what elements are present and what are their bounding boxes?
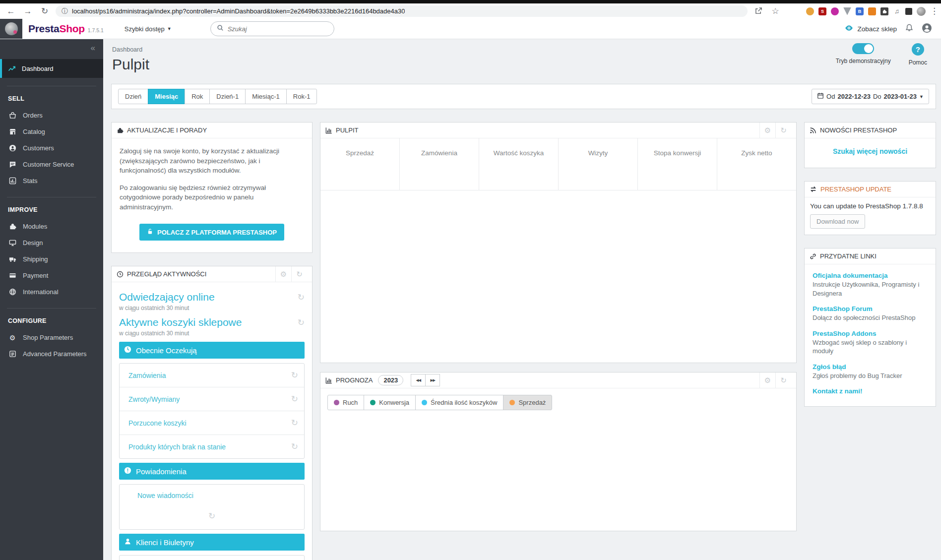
search-input[interactable] (228, 25, 328, 33)
browser-forward-button[interactable]: → (22, 6, 34, 16)
sidebar-item-modules[interactable]: Modules (0, 218, 103, 235)
returns-link[interactable]: Zwroty/Wymiany (128, 395, 180, 403)
gear-icon: ⚙ (8, 334, 16, 342)
update-arrows-icon (810, 186, 817, 193)
legend-sales-button[interactable]: Sprzedaż (503, 395, 552, 410)
range-year-1-button[interactable]: Rok-1 (286, 89, 317, 104)
date-range-picker[interactable]: Od 2022-12-23 Do 2023-01-23 ▼ (812, 89, 929, 104)
refresh-icon[interactable]: ↻ (291, 394, 298, 404)
forecast-year-badge: 2023 (378, 375, 403, 385)
refresh-icon[interactable]: ↻ (291, 418, 298, 428)
notifications-bell-icon[interactable] (905, 23, 914, 34)
sidebar-item-dashboard[interactable]: Dashboard (0, 59, 103, 78)
share-icon[interactable] (753, 7, 764, 16)
refresh-icon[interactable]: ↻ (208, 511, 215, 521)
bookmark-star-icon[interactable]: ☆ (769, 6, 781, 16)
range-year-button[interactable]: Rok (185, 89, 210, 104)
out-of-stock-link[interactable]: Produkty których brak na stanie (128, 443, 226, 451)
seo-extension-icon[interactable]: S (818, 7, 826, 15)
cookie-extension-icon[interactable] (806, 7, 814, 15)
links-panel-title: PRZYDATNE LINKI (820, 252, 877, 260)
legend-avg-carts-button[interactable]: Średnia ilość koszyków (415, 395, 503, 410)
refresh-icon[interactable]: ↻ (291, 266, 307, 282)
forecast-prev-button[interactable]: ◀◀ (411, 374, 426, 386)
help-icon[interactable]: ? (912, 43, 924, 56)
site-info-icon[interactable]: ⓘ (62, 7, 68, 16)
sidebar-item-design[interactable]: Design (0, 235, 103, 251)
range-day-button[interactable]: Dzień (118, 89, 148, 104)
prestashop-logo[interactable]: PrestaShop (28, 23, 85, 35)
refresh-icon[interactable]: ↻ (291, 441, 298, 452)
sidebar-item-orders[interactable]: Orders (0, 107, 103, 124)
list-item: PrestaShop Forum Dołącz do społeczności … (813, 305, 928, 322)
gear-icon[interactable]: ⚙ (759, 123, 775, 138)
gear-icon[interactable]: ⚙ (759, 373, 775, 388)
employee-avatar-tile[interactable] (0, 19, 22, 39)
browser-menu-icon[interactable]: ⋮ (930, 6, 936, 16)
new-messages-link[interactable]: Nowe wiadomości (137, 492, 193, 499)
refresh-icon[interactable]: ↻ (298, 317, 305, 328)
range-month-button[interactable]: Miesiąc (148, 89, 185, 104)
sidebar-item-customers[interactable]: Customers (0, 140, 103, 156)
view-shop-link[interactable]: Zobacz sklep (845, 24, 897, 34)
range-month-1-button[interactable]: Miesiąc-1 (245, 89, 287, 104)
more-news-link[interactable]: Szukaj więcej nowości (833, 147, 907, 155)
sidebar-collapse-button[interactable]: « (0, 39, 103, 55)
refresh-icon[interactable]: ↻ (775, 373, 791, 388)
connect-prestashop-button[interactable]: POLACZ Z PLATFORMA PRESTASHOP (139, 224, 284, 241)
sidebar-item-shipping[interactable]: Shipping (0, 251, 103, 267)
news-panel: NOWOŚCI PRESTASHOP Szukaj więcej nowości (804, 122, 936, 168)
forum-link[interactable]: PrestaShop Forum (813, 305, 928, 312)
abandoned-carts-link[interactable]: Porzucone koszyki (128, 419, 187, 427)
range-day-1-button[interactable]: Dzień-1 (209, 89, 246, 104)
official-docs-link[interactable]: Oficjalna dokumentacja (813, 272, 928, 279)
sidebar-item-advanced-parameters[interactable]: Advanced Parameters (0, 346, 103, 362)
account-avatar-icon[interactable] (922, 23, 932, 35)
pending-list: Zamówienia↻ Zwroty/Wymiany↻ Porzucone ko… (119, 363, 305, 459)
blue-tag-extension-icon[interactable]: B (856, 7, 864, 15)
forecast-next-button[interactable]: ▶▶ (425, 374, 440, 386)
online-visitors-link[interactable]: Odwiedzający online (119, 291, 215, 303)
activity-panel: PRZEGLĄD AKTYWNOŚCI ⚙ ↻ Odwiedzający onl… (111, 266, 313, 560)
active-carts-link[interactable]: Aktywne koszyki sklepowe (119, 316, 242, 328)
purple-extension-icon[interactable] (831, 7, 839, 15)
sidebar-item-payment[interactable]: Payment (0, 267, 103, 284)
report-bug-link[interactable]: Zgłoś błąd (813, 363, 928, 371)
contact-us-link[interactable]: Kontakt z nami! (813, 387, 928, 395)
browser-back-button[interactable]: ← (5, 6, 17, 16)
unlock-icon (147, 228, 153, 236)
active-carts-subtitle: w ciągu ostatnich 30 minut (119, 330, 305, 337)
vue-devtools-extension-icon[interactable] (843, 7, 851, 15)
download-now-button[interactable]: Download now (810, 214, 865, 229)
sidebar-item-catalog[interactable]: Catalog (0, 124, 103, 140)
puzzle-extensions-icon[interactable] (880, 7, 888, 15)
browser-profile-avatar[interactable] (917, 7, 926, 16)
bar-chart-icon (325, 127, 332, 134)
gear-icon[interactable]: ⚙ (275, 266, 291, 282)
metamask-extension-icon[interactable] (868, 7, 876, 15)
admin-search-box[interactable] (210, 21, 334, 36)
legend-traffic-button[interactable]: Ruch (327, 395, 364, 410)
truck-icon (8, 255, 16, 263)
eye-icon (845, 24, 853, 34)
demo-mode-toggle[interactable] (852, 43, 874, 54)
sidebar-item-customer-service[interactable]: Customer Service (0, 156, 103, 173)
addons-link[interactable]: PrestaShop Addons (813, 330, 928, 337)
quick-access-dropdown[interactable]: Szybki dostęp ▼ (125, 25, 172, 33)
legend-conversion-button[interactable]: Konwersja (364, 395, 416, 410)
refresh-icon[interactable]: ↻ (291, 370, 298, 380)
refresh-icon[interactable]: ↻ (298, 292, 305, 303)
sidebar-item-shop-parameters[interactable]: ⚙ Shop Parameters (0, 329, 103, 346)
orders-link[interactable]: Zamówienia (128, 372, 166, 379)
sidebar-item-international[interactable]: International (0, 284, 103, 300)
dark-square-extension-icon[interactable] (905, 8, 912, 15)
playlist-extension-icon[interactable]: ♫ (893, 7, 901, 15)
sidebar-item-stats[interactable]: Stats (0, 173, 103, 189)
puzzle-icon (117, 127, 124, 134)
help-label: Pomoc (909, 59, 927, 66)
address-bar[interactable]: ⓘ localhost/ps16/administracja/index.php… (56, 5, 748, 17)
refresh-icon[interactable]: ↻ (775, 123, 791, 138)
breadcrumb: Dashboard (112, 46, 936, 53)
person-icon (124, 538, 131, 547)
browser-reload-button[interactable]: ↻ (39, 6, 51, 16)
